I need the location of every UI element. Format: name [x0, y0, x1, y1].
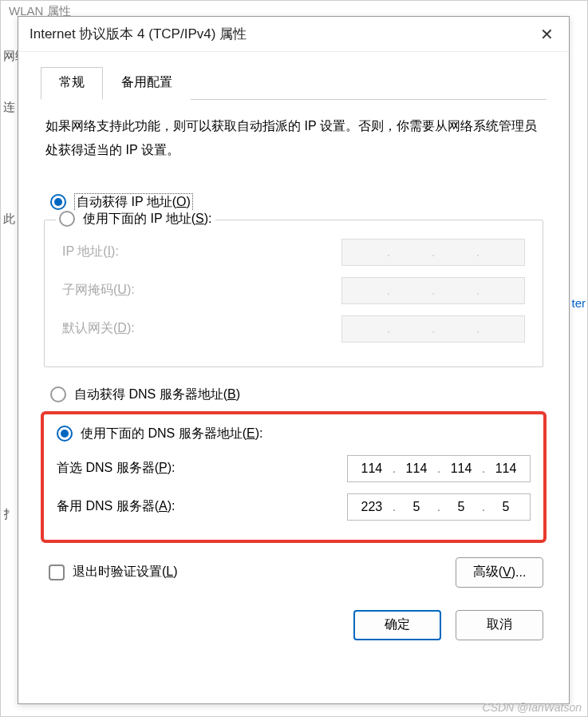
ipv4-properties-dialog: Internet 协议版本 4 (TCP/IPv4) 属性 ✕ 常规 备用配置 …	[18, 16, 570, 704]
bg-link-fragment: ter	[571, 296, 586, 310]
watermark: CSDN @IanWatson	[483, 701, 582, 714]
preferred-dns-input[interactable]: 114. 114. 114. 114	[347, 455, 531, 482]
ip-manual-group: 使用下面的 IP 地址(S): IP 地址(I): ... 子网掩码(U): .…	[44, 220, 543, 367]
radio-icon	[50, 194, 66, 210]
alternate-dns-input[interactable]: 223. 5. 5. 5	[347, 493, 531, 521]
subnet-mask-label: 子网掩码(U):	[62, 282, 135, 299]
dialog-title: Internet 协议版本 4 (TCP/IPv4) 属性	[30, 25, 247, 43]
bg-label-conn: 连	[3, 100, 15, 115]
bg-label-this: 此	[3, 212, 15, 227]
dialog-buttons: 确定 取消	[41, 610, 547, 640]
validate-label: 退出时验证设置(L)	[73, 564, 178, 580]
dns-highlight-box: 使用下面的 DNS 服务器地址(E): 首选 DNS 服务器(P): 114. …	[41, 411, 547, 543]
ip-manual-label: 使用下面的 IP 地址(S):	[83, 211, 212, 228]
tab-strip: 常规 备用配置	[41, 66, 547, 100]
advanced-button[interactable]: 高级(V)...	[456, 557, 543, 588]
ip-auto-label: 自动获得 IP 地址(O)	[74, 193, 193, 212]
preferred-dns-row: 首选 DNS 服务器(P): 114. 114. 114. 114	[57, 455, 531, 482]
ip-auto-row[interactable]: 自动获得 IP 地址(O)	[50, 193, 547, 212]
dns-manual-label: 使用下面的 DNS 服务器地址(E):	[81, 426, 262, 442]
close-icon[interactable]: ✕	[535, 23, 558, 46]
dns-auto-row[interactable]: 自动获得 DNS 服务器地址(B)	[50, 386, 547, 403]
subnet-mask-input: ...	[341, 277, 525, 304]
radio-icon	[50, 386, 66, 402]
subnet-mask-row: 子网掩码(U): ...	[62, 277, 525, 304]
ok-button[interactable]: 确定	[353, 610, 441, 640]
tab-alternate[interactable]: 备用配置	[103, 67, 191, 100]
ip-address-input: ...	[341, 239, 525, 266]
titlebar: Internet 协议版本 4 (TCP/IPv4) 属性 ✕	[18, 17, 569, 52]
cancel-button[interactable]: 取消	[456, 610, 543, 640]
bg-label-edit: 扌	[3, 507, 15, 522]
radio-icon	[57, 426, 73, 442]
description-text: 如果网络支持此功能，则可以获取自动指派的 IP 设置。否则，你需要从网络系统管理…	[45, 114, 542, 163]
tab-general[interactable]: 常规	[41, 67, 103, 100]
ip-address-row: IP 地址(I): ...	[62, 239, 525, 266]
checkbox-icon	[49, 564, 65, 580]
bottom-row: 退出时验证设置(L) 高级(V)...	[49, 557, 543, 588]
gateway-row: 默认网关(D): ...	[62, 315, 525, 343]
radio-icon	[59, 211, 75, 227]
dialog-content: 常规 备用配置 如果网络支持此功能，则可以获取自动指派的 IP 设置。否则，你需…	[18, 52, 569, 653]
gateway-label: 默认网关(D):	[62, 320, 135, 337]
validate-checkbox-row[interactable]: 退出时验证设置(L)	[49, 564, 178, 580]
dns-auto-label: 自动获得 DNS 服务器地址(B)	[74, 386, 240, 403]
ip-manual-row[interactable]: 使用下面的 IP 地址(S):	[56, 211, 215, 228]
preferred-dns-label: 首选 DNS 服务器(P):	[57, 460, 175, 477]
dns-manual-row[interactable]: 使用下面的 DNS 服务器地址(E):	[57, 426, 532, 442]
ip-address-label: IP 地址(I):	[62, 244, 119, 260]
alternate-dns-label: 备用 DNS 服务器(A):	[57, 498, 175, 515]
gateway-input: ...	[341, 315, 525, 343]
alternate-dns-row: 备用 DNS 服务器(A): 223. 5. 5. 5	[57, 493, 531, 521]
